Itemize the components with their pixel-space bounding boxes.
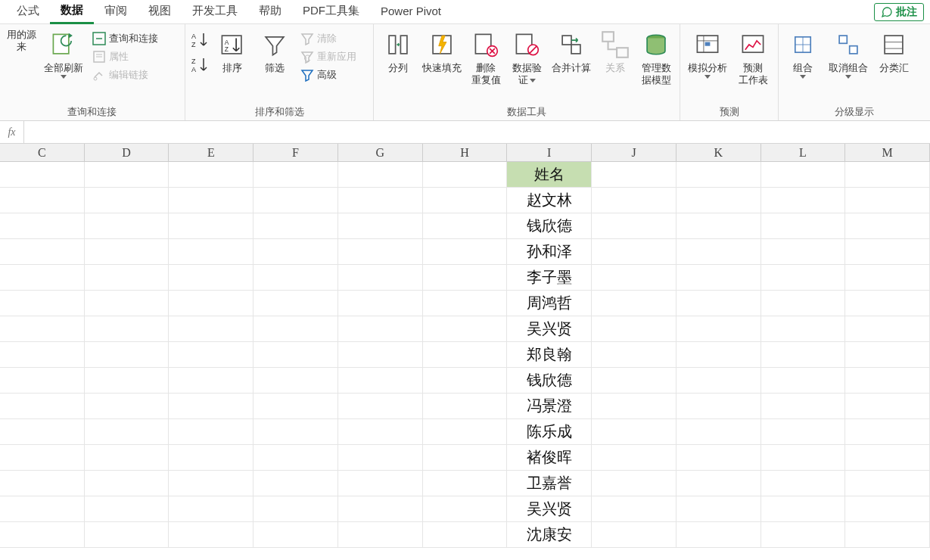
cell[interactable] [677, 162, 761, 188]
cell[interactable] [85, 162, 170, 188]
cell[interactable]: 郑良翰 [507, 342, 592, 368]
cell[interactable]: 李子墨 [507, 265, 592, 291]
col-header-C[interactable]: C [0, 144, 85, 161]
cell[interactable] [592, 419, 677, 445]
cell[interactable] [592, 394, 677, 419]
cell[interactable] [169, 368, 253, 394]
cell[interactable] [761, 213, 846, 239]
cell[interactable] [677, 394, 761, 419]
cell[interactable] [85, 342, 170, 368]
cell[interactable] [338, 265, 423, 291]
cell[interactable]: 姓名 [507, 162, 592, 188]
cell[interactable] [423, 445, 508, 471]
cell[interactable] [0, 394, 85, 419]
text-to-columns-button[interactable]: 分列 [378, 27, 416, 74]
cell[interactable] [423, 394, 508, 419]
col-header-F[interactable]: F [253, 144, 338, 161]
cell[interactable] [0, 316, 85, 342]
cell[interactable]: 卫嘉誉 [507, 471, 592, 496]
cell[interactable] [592, 239, 677, 265]
filter-button[interactable]: 筛选 [255, 27, 294, 74]
cell[interactable] [845, 265, 930, 291]
cell[interactable] [338, 496, 423, 522]
cell[interactable] [338, 522, 423, 548]
cell[interactable] [423, 239, 508, 265]
cell[interactable] [761, 291, 846, 316]
cell[interactable] [169, 445, 253, 471]
cell[interactable] [677, 213, 761, 239]
cell[interactable] [0, 445, 85, 471]
cell[interactable] [253, 471, 338, 496]
cell[interactable] [592, 368, 677, 394]
cell[interactable] [761, 471, 846, 496]
cell[interactable] [761, 522, 846, 548]
cell[interactable] [845, 316, 930, 342]
cell[interactable] [845, 239, 930, 265]
cell[interactable] [85, 522, 170, 548]
tab-devtools[interactable]: 开发工具 [182, 1, 248, 23]
cell[interactable] [845, 419, 930, 445]
cell[interactable] [169, 213, 253, 239]
cell[interactable] [169, 394, 253, 419]
cell[interactable] [677, 316, 761, 342]
cell[interactable] [845, 471, 930, 496]
data-validation-button[interactable]: 数据验 证 [508, 27, 546, 86]
cell[interactable] [85, 316, 170, 342]
subtotal-button[interactable]: 分类汇 [874, 27, 913, 74]
cell[interactable] [423, 496, 508, 522]
cell[interactable] [0, 419, 85, 445]
cell[interactable] [423, 291, 508, 316]
cell[interactable] [338, 291, 423, 316]
cell[interactable] [423, 265, 508, 291]
tab-view[interactable]: 视图 [138, 1, 182, 23]
cell[interactable] [0, 471, 85, 496]
cell[interactable] [253, 342, 338, 368]
cell[interactable] [253, 316, 338, 342]
cell[interactable] [845, 162, 930, 188]
advanced-filter-button[interactable]: 高级 [297, 67, 359, 83]
cell[interactable] [761, 496, 846, 522]
cell[interactable] [677, 368, 761, 394]
get-data-button[interactable]: 用的源 来 [5, 27, 38, 53]
remove-duplicates-button[interactable]: 删除 重复值 [467, 27, 505, 86]
cell[interactable] [0, 162, 85, 188]
cell[interactable] [845, 291, 930, 316]
cell[interactable]: 沈康安 [507, 522, 592, 548]
cell[interactable] [169, 316, 253, 342]
cell[interactable] [169, 188, 253, 213]
cell[interactable] [845, 213, 930, 239]
cell[interactable] [592, 188, 677, 213]
cell[interactable] [338, 162, 423, 188]
sort-desc-button[interactable]: ZA [190, 55, 210, 77]
cell[interactable] [169, 162, 253, 188]
cell[interactable] [592, 496, 677, 522]
tab-formula[interactable]: 公式 [6, 1, 50, 23]
cell[interactable] [85, 419, 170, 445]
cell[interactable] [761, 239, 846, 265]
cell[interactable] [338, 394, 423, 419]
cell[interactable] [423, 213, 508, 239]
cell[interactable] [169, 496, 253, 522]
cell[interactable] [253, 188, 338, 213]
cell[interactable] [761, 316, 846, 342]
col-header-M[interactable]: M [845, 144, 930, 161]
cell[interactable]: 陈乐成 [507, 419, 592, 445]
cell[interactable] [85, 394, 170, 419]
cell[interactable] [85, 188, 170, 213]
cell[interactable] [0, 239, 85, 265]
cell[interactable] [338, 342, 423, 368]
cell[interactable] [253, 419, 338, 445]
cell[interactable] [677, 265, 761, 291]
cell[interactable] [253, 394, 338, 419]
fx-button[interactable]: fx [0, 121, 24, 143]
cell[interactable]: 周鸿哲 [507, 291, 592, 316]
cell[interactable] [85, 291, 170, 316]
cell[interactable] [338, 419, 423, 445]
annotate-button[interactable]: 批注 [874, 3, 924, 21]
cell[interactable] [338, 368, 423, 394]
cell[interactable] [677, 522, 761, 548]
cell[interactable]: 吴兴贤 [507, 316, 592, 342]
cell[interactable] [85, 213, 170, 239]
cell[interactable] [677, 471, 761, 496]
cell[interactable] [423, 342, 508, 368]
